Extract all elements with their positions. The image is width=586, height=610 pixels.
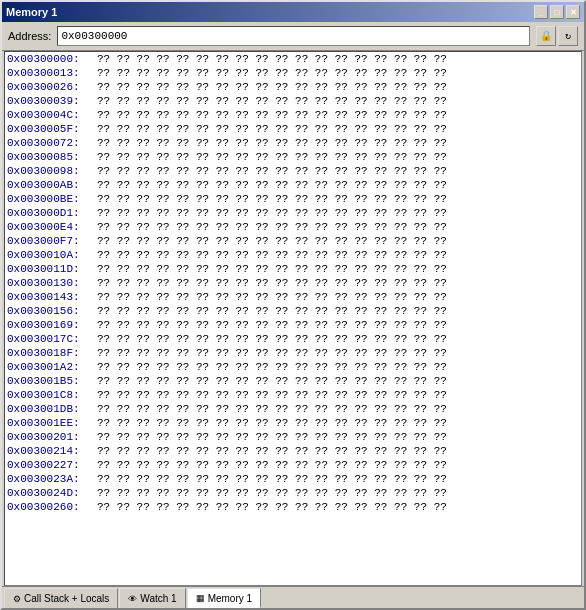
memory-row: 0x00300098: ?? ?? ?? ?? ?? ?? ?? ?? ?? ?…: [5, 164, 581, 178]
memory-row: 0x00300085: ?? ?? ?? ?? ?? ?? ?? ?? ?? ?…: [5, 150, 581, 164]
tab-memory-1[interactable]: ▦Memory 1: [187, 588, 261, 608]
memory-address: 0x00300013:: [7, 66, 97, 80]
memory-row: 0x00300039: ?? ?? ?? ?? ?? ?? ?? ?? ?? ?…: [5, 94, 581, 108]
memory-bytes: ?? ?? ?? ?? ?? ?? ?? ?? ?? ?? ?? ?? ?? ?…: [97, 388, 447, 402]
memory-bytes: ?? ?? ?? ?? ?? ?? ?? ?? ?? ?? ?? ?? ?? ?…: [97, 430, 447, 444]
memory-address: 0x0030004C:: [7, 108, 97, 122]
memory-row: 0x003001B5: ?? ?? ?? ?? ?? ?? ?? ?? ?? ?…: [5, 374, 581, 388]
memory-row: 0x003000D1: ?? ?? ?? ?? ?? ?? ?? ?? ?? ?…: [5, 206, 581, 220]
memory-bytes: ?? ?? ?? ?? ?? ?? ?? ?? ?? ?? ?? ?? ?? ?…: [97, 472, 447, 486]
memory-bytes: ?? ?? ?? ?? ?? ?? ?? ?? ?? ?? ?? ?? ?? ?…: [97, 122, 447, 136]
lock-icon-button[interactable]: 🔒: [536, 26, 556, 46]
close-button[interactable]: ✕: [566, 5, 580, 19]
memory-bytes: ?? ?? ?? ?? ?? ?? ?? ?? ?? ?? ?? ?? ?? ?…: [97, 276, 447, 290]
memory-row: 0x00300227: ?? ?? ?? ?? ?? ?? ?? ?? ?? ?…: [5, 458, 581, 472]
memory-row: 0x003001C8: ?? ?? ?? ?? ?? ?? ?? ?? ?? ?…: [5, 388, 581, 402]
bottom-tabs: ⚙Call Stack + Locals👁Watch 1▦Memory 1: [2, 586, 584, 608]
memory-bytes: ?? ?? ?? ?? ?? ?? ?? ?? ?? ?? ?? ?? ?? ?…: [97, 486, 447, 500]
memory-bytes: ?? ?? ?? ?? ?? ?? ?? ?? ?? ?? ?? ?? ?? ?…: [97, 360, 447, 374]
memory-address: 0x00300072:: [7, 136, 97, 150]
memory-bytes: ?? ?? ?? ?? ?? ?? ?? ?? ?? ?? ?? ?? ?? ?…: [97, 94, 447, 108]
memory-row: 0x0030017C: ?? ?? ?? ?? ?? ?? ?? ?? ?? ?…: [5, 332, 581, 346]
memory-address: 0x0030024D:: [7, 486, 97, 500]
tab-call-stack-locals[interactable]: ⚙Call Stack + Locals: [4, 588, 118, 608]
memory-row: 0x00300169: ?? ?? ?? ?? ?? ?? ?? ?? ?? ?…: [5, 318, 581, 332]
memory-bytes: ?? ?? ?? ?? ?? ?? ?? ?? ?? ?? ?? ?? ?? ?…: [97, 500, 447, 514]
memory-address: 0x00300000:: [7, 52, 97, 66]
tab-label-memory-1: Memory 1: [208, 593, 252, 604]
memory-row: 0x00300072: ?? ?? ?? ?? ?? ?? ?? ?? ?? ?…: [5, 136, 581, 150]
memory-row: 0x00300260: ?? ?? ?? ?? ?? ?? ?? ?? ?? ?…: [5, 500, 581, 514]
memory-row: 0x00300156: ?? ?? ?? ?? ?? ?? ?? ?? ?? ?…: [5, 304, 581, 318]
memory-bytes: ?? ?? ?? ?? ?? ?? ?? ?? ?? ?? ?? ?? ?? ?…: [97, 206, 447, 220]
memory-address: 0x00300156:: [7, 304, 97, 318]
memory-address: 0x003000E4:: [7, 220, 97, 234]
memory-address: 0x00300227:: [7, 458, 97, 472]
memory-bytes: ?? ?? ?? ?? ?? ?? ?? ?? ?? ?? ?? ?? ?? ?…: [97, 374, 447, 388]
tab-label-call-stack-locals: Call Stack + Locals: [24, 593, 109, 604]
minimize-button[interactable]: _: [534, 5, 548, 19]
memory-bytes: ?? ?? ?? ?? ?? ?? ?? ?? ?? ?? ?? ?? ?? ?…: [97, 192, 447, 206]
memory-row: 0x003000AB: ?? ?? ?? ?? ?? ?? ?? ?? ?? ?…: [5, 178, 581, 192]
maximize-button[interactable]: □: [550, 5, 564, 19]
memory-address: 0x003000BE:: [7, 192, 97, 206]
memory-bytes: ?? ?? ?? ?? ?? ?? ?? ?? ?? ?? ?? ?? ?? ?…: [97, 346, 447, 360]
refresh-icon-button[interactable]: ↻: [558, 26, 578, 46]
address-label: Address:: [8, 30, 51, 42]
memory-bytes: ?? ?? ?? ?? ?? ?? ?? ?? ?? ?? ?? ?? ?? ?…: [97, 108, 447, 122]
tab-icon-watch-1: 👁: [128, 594, 137, 604]
memory-bytes: ?? ?? ?? ?? ?? ?? ?? ?? ?? ?? ?? ?? ?? ?…: [97, 136, 447, 150]
memory-address: 0x003001DB:: [7, 402, 97, 416]
memory-row: 0x003000F7: ?? ?? ?? ?? ?? ?? ?? ?? ?? ?…: [5, 234, 581, 248]
memory-address: 0x00300098:: [7, 164, 97, 178]
memory-row: 0x0030010A: ?? ?? ?? ?? ?? ?? ?? ?? ?? ?…: [5, 248, 581, 262]
memory-address: 0x003000D1:: [7, 206, 97, 220]
memory-address: 0x0030010A:: [7, 248, 97, 262]
memory-address: 0x0030011D:: [7, 262, 97, 276]
memory-bytes: ?? ?? ?? ?? ?? ?? ?? ?? ?? ?? ?? ?? ?? ?…: [97, 458, 447, 472]
memory-row: 0x00300143: ?? ?? ?? ?? ?? ?? ?? ?? ?? ?…: [5, 290, 581, 304]
memory-row: 0x0030004C: ?? ?? ?? ?? ?? ?? ?? ?? ?? ?…: [5, 108, 581, 122]
tab-watch-1[interactable]: 👁Watch 1: [119, 588, 185, 608]
window-title: Memory 1: [6, 6, 57, 18]
memory-row: 0x00300026: ?? ?? ?? ?? ?? ?? ?? ?? ?? ?…: [5, 80, 581, 94]
memory-address: 0x00300201:: [7, 430, 97, 444]
memory-bytes: ?? ?? ?? ?? ?? ?? ?? ?? ?? ?? ?? ?? ?? ?…: [97, 52, 447, 66]
address-icons: 🔒 ↻: [536, 26, 578, 46]
memory-bytes: ?? ?? ?? ?? ?? ?? ?? ?? ?? ?? ?? ?? ?? ?…: [97, 220, 447, 234]
memory-bytes: ?? ?? ?? ?? ?? ?? ?? ?? ?? ?? ?? ?? ?? ?…: [97, 332, 447, 346]
address-input[interactable]: [57, 26, 530, 46]
memory-row: 0x00300201: ?? ?? ?? ?? ?? ?? ?? ?? ?? ?…: [5, 430, 581, 444]
memory-address: 0x00300026:: [7, 80, 97, 94]
memory-address: 0x003001B5:: [7, 374, 97, 388]
memory-address: 0x00300039:: [7, 94, 97, 108]
tab-icon-memory-1: ▦: [196, 593, 205, 603]
memory-address: 0x00300143:: [7, 290, 97, 304]
memory-row: 0x0030024D: ?? ?? ?? ?? ?? ?? ?? ?? ?? ?…: [5, 486, 581, 500]
memory-row: 0x00300130: ?? ?? ?? ?? ?? ?? ?? ?? ?? ?…: [5, 276, 581, 290]
title-bar: Memory 1 _ □ ✕: [2, 2, 584, 22]
title-bar-buttons: _ □ ✕: [534, 5, 580, 19]
memory-address: 0x0030023A:: [7, 472, 97, 486]
address-bar: Address: 🔒 ↻: [2, 22, 584, 51]
memory-address: 0x003000AB:: [7, 178, 97, 192]
memory-row: 0x003000BE: ?? ?? ?? ?? ?? ?? ?? ?? ?? ?…: [5, 192, 581, 206]
memory-bytes: ?? ?? ?? ?? ?? ?? ?? ?? ?? ?? ?? ?? ?? ?…: [97, 402, 447, 416]
memory-address: 0x003001C8:: [7, 388, 97, 402]
memory-bytes: ?? ?? ?? ?? ?? ?? ?? ?? ?? ?? ?? ?? ?? ?…: [97, 318, 447, 332]
memory-bytes: ?? ?? ?? ?? ?? ?? ?? ?? ?? ?? ?? ?? ?? ?…: [97, 178, 447, 192]
memory-address: 0x00300260:: [7, 500, 97, 514]
memory-bytes: ?? ?? ?? ?? ?? ?? ?? ?? ?? ?? ?? ?? ?? ?…: [97, 444, 447, 458]
memory-bytes: ?? ?? ?? ?? ?? ?? ?? ?? ?? ?? ?? ?? ?? ?…: [97, 164, 447, 178]
memory-row: 0x0030023A: ?? ?? ?? ?? ?? ?? ?? ?? ?? ?…: [5, 472, 581, 486]
memory-bytes: ?? ?? ?? ?? ?? ?? ?? ?? ?? ?? ?? ?? ?? ?…: [97, 262, 447, 276]
memory-row: 0x0030005F: ?? ?? ?? ?? ?? ?? ?? ?? ?? ?…: [5, 122, 581, 136]
memory-row: 0x00300013: ?? ?? ?? ?? ?? ?? ?? ?? ?? ?…: [5, 66, 581, 80]
memory-content[interactable]: 0x00300000: ?? ?? ?? ?? ?? ?? ?? ?? ?? ?…: [4, 51, 582, 586]
memory-row: 0x00300214: ?? ?? ?? ?? ?? ?? ?? ?? ?? ?…: [5, 444, 581, 458]
memory-address: 0x003001EE:: [7, 416, 97, 430]
memory-window: Memory 1 _ □ ✕ Address: 🔒 ↻ 0x00300000: …: [0, 0, 586, 610]
tab-label-watch-1: Watch 1: [140, 593, 176, 604]
memory-bytes: ?? ?? ?? ?? ?? ?? ?? ?? ?? ?? ?? ?? ?? ?…: [97, 248, 447, 262]
memory-bytes: ?? ?? ?? ?? ?? ?? ?? ?? ?? ?? ?? ?? ?? ?…: [97, 290, 447, 304]
